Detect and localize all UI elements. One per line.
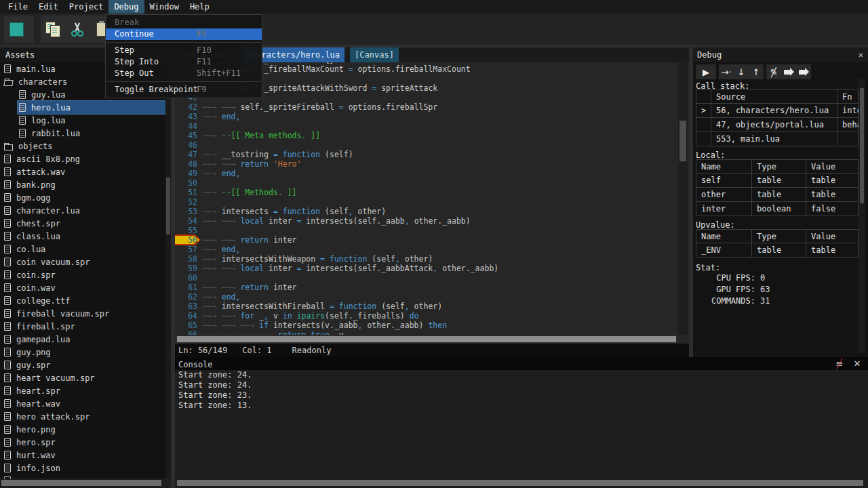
run-stop-button[interactable] bbox=[4, 17, 28, 41]
line-number[interactable]: 65 bbox=[175, 321, 197, 330]
copy-button[interactable] bbox=[41, 17, 65, 41]
code-line[interactable]: 54──→ ──→ local inter = intersects(self.… bbox=[175, 216, 678, 226]
table-row[interactable]: >56, characters/hero.luainte bbox=[696, 104, 859, 118]
code-area[interactable]: 37──→ ──→ self._fireballs = {}38──→ ──→ … bbox=[175, 62, 678, 335]
file-item-rabbit-lua[interactable]: rabbit.lua bbox=[18, 127, 165, 140]
code-line[interactable]: 48──→ ──→ return 'Hero' bbox=[175, 159, 678, 169]
line-number[interactable]: 51 bbox=[175, 188, 197, 197]
close-console-button[interactable]: ✕ bbox=[852, 359, 863, 369]
breakpoint-edit-button[interactable]: ✎ ╱ bbox=[766, 64, 781, 79]
file-item-class-lua[interactable]: class.lua bbox=[3, 230, 165, 243]
line-number[interactable]: 63 bbox=[175, 302, 197, 311]
current-line-marker[interactable]: 56 bbox=[175, 235, 197, 245]
code-line[interactable]: 53──→ intersects = function (self, other… bbox=[175, 207, 678, 216]
code-line[interactable]: 46 bbox=[175, 140, 678, 150]
line-number[interactable]: 45 bbox=[175, 131, 197, 140]
clear-console-button[interactable]: ≡ ╱ bbox=[834, 359, 845, 369]
line-number[interactable]: 62 bbox=[175, 292, 197, 302]
code-line[interactable]: 66──→ ──→ ──→ ──→ return true, v bbox=[175, 330, 678, 335]
line-number[interactable]: 42 bbox=[175, 102, 197, 112]
step-into-button[interactable]: ↓ bbox=[734, 64, 749, 79]
line-number[interactable]: 58 bbox=[175, 254, 197, 264]
table-row[interactable]: selftabletable bbox=[696, 174, 859, 188]
table-row[interactable]: 47, objects/portal.luabeha bbox=[696, 118, 859, 132]
code-line[interactable]: 50 bbox=[175, 178, 678, 188]
file-item-info-json[interactable]: info.json bbox=[3, 462, 165, 474]
menu-item-step-out[interactable]: Step OutShift+F11 bbox=[106, 68, 262, 79]
menu-item-step[interactable]: StepF10 bbox=[106, 45, 262, 56]
code-line[interactable]: 49──→ end, bbox=[175, 169, 678, 178]
table-row[interactable]: othertabletable bbox=[696, 188, 859, 202]
file-item-fireball-spr[interactable]: fireball.spr bbox=[3, 320, 165, 333]
line-number[interactable]: 48 bbox=[175, 159, 197, 169]
code-line[interactable]: 55 bbox=[175, 226, 678, 235]
code-line[interactable]: 65──→ ──→ ──→ if intersects(v._aabb, oth… bbox=[175, 321, 678, 330]
line-number[interactable]: 43 bbox=[175, 112, 197, 121]
menu-item-toggle-breakpoint[interactable]: Toggle BreakpointF9 bbox=[106, 84, 262, 96]
table-row[interactable]: interbooleanfalse bbox=[696, 202, 859, 216]
code-line[interactable]: 47──→ __tostring = function (self) bbox=[175, 150, 678, 159]
line-number[interactable]: 66 bbox=[175, 330, 197, 335]
table-row[interactable]: _ENVtabletable bbox=[696, 243, 859, 258]
line-number[interactable]: 64 bbox=[175, 311, 197, 321]
breakpoint-button[interactable] bbox=[781, 64, 796, 79]
line-number[interactable]: 61 bbox=[175, 283, 197, 292]
code-line[interactable]: 58──→ intersectsWithWeapon = function (s… bbox=[175, 254, 678, 264]
file-item-coin-wav[interactable]: coin.wav bbox=[3, 281, 165, 294]
line-number[interactable]: 59 bbox=[175, 264, 197, 273]
code-line[interactable]: 63──→ intersectsWithFireball = function … bbox=[175, 302, 678, 311]
file-item-hurt-wav[interactable]: hurt.wav bbox=[3, 449, 165, 462]
code-line[interactable]: 57──→ end, bbox=[175, 245, 678, 254]
file-item-hero-lua[interactable]: hero.lua bbox=[18, 101, 165, 114]
step-out-button[interactable]: ↑ bbox=[749, 64, 764, 79]
step-over-button[interactable]: →· bbox=[719, 64, 734, 79]
file-item-heart-wav[interactable]: heart.wav bbox=[3, 397, 165, 410]
menu-window[interactable]: Window bbox=[144, 0, 184, 14]
file-item-guy-spr[interactable]: guy.spr bbox=[3, 359, 165, 371]
assets-vertical-scrollbar[interactable] bbox=[165, 62, 171, 479]
file-item-coin-spr[interactable]: coin.spr bbox=[3, 268, 165, 281]
file-item-hero-attack-spr[interactable]: hero attack.spr bbox=[3, 410, 165, 423]
file-item-hero-png[interactable]: hero.png bbox=[3, 423, 165, 436]
code-line[interactable]: 51──→ --[[ Methods. ]] bbox=[175, 188, 678, 197]
folder-item-objects[interactable]: objects bbox=[3, 140, 165, 152]
scrollbar-thumb[interactable] bbox=[860, 88, 864, 203]
menu-item-break[interactable]: Break bbox=[106, 17, 262, 28]
file-item-character-lua[interactable]: character.lua bbox=[3, 204, 165, 217]
code-line[interactable]: 64──→ ──→ for _, v in ipairs(self._fireb… bbox=[175, 311, 678, 321]
editor-horizontal-scrollbar[interactable] bbox=[175, 335, 678, 344]
scrollbar-thumb[interactable] bbox=[177, 480, 863, 486]
assets-tree[interactable]: main.luacharactersguy.luahero.lualog.lua… bbox=[0, 62, 165, 479]
file-item-guy-png[interactable]: guy.png bbox=[3, 346, 165, 359]
line-number[interactable]: 57 bbox=[175, 245, 197, 254]
scrollbar-thumb[interactable] bbox=[166, 178, 170, 235]
menu-project[interactable]: Project bbox=[64, 0, 109, 14]
line-number[interactable]: 50 bbox=[175, 178, 197, 188]
code-line[interactable]: 45──→ --[[ Meta methods. ]] bbox=[175, 131, 678, 140]
line-number[interactable]: 52 bbox=[175, 197, 197, 207]
code-line[interactable]: 60 bbox=[175, 273, 678, 283]
code-line[interactable]: 52 bbox=[175, 197, 678, 207]
file-item-coin-vacuum-spr[interactable]: coin vacuum.spr bbox=[3, 256, 165, 268]
file-item-heart-spr[interactable]: heart.spr bbox=[3, 384, 165, 397]
breakpoint-clear-button[interactable]: ✕ bbox=[796, 64, 811, 79]
code-line[interactable]: 56──→ ──→ return inter bbox=[175, 235, 678, 245]
cut-button[interactable] bbox=[65, 17, 90, 41]
file-item-gamepad-lua[interactable]: gamepad.lua bbox=[3, 333, 165, 346]
debug-vertical-scrollbar[interactable] bbox=[859, 79, 865, 353]
menu-item-step-into[interactable]: Step IntoF11 bbox=[106, 56, 262, 68]
line-number[interactable]: 54 bbox=[175, 216, 197, 226]
line-number[interactable]: 60 bbox=[175, 273, 197, 283]
continue-button[interactable]: ▶ bbox=[696, 64, 716, 79]
file-item-chest-spr[interactable]: chest.spr bbox=[3, 217, 165, 230]
menu-debug[interactable]: Debug bbox=[108, 0, 144, 14]
file-item-heart-vacuum-spr[interactable]: heart vacuum.spr bbox=[3, 371, 165, 384]
scrollbar-thumb[interactable] bbox=[1, 480, 161, 486]
line-number[interactable]: 49 bbox=[175, 169, 197, 178]
menu-item-continue[interactable]: ContinueF5 bbox=[106, 28, 262, 40]
file-item-log-lua[interactable]: log.lua bbox=[18, 114, 165, 127]
code-line[interactable]: 43──→ end, bbox=[175, 112, 678, 121]
table-row[interactable]: 553, main.lua bbox=[696, 132, 859, 146]
code-line[interactable]: 61──→ ──→ return inter bbox=[175, 283, 678, 292]
file-item-fireball-vacuum-spr[interactable]: fireball vacuum.spr bbox=[3, 307, 165, 320]
